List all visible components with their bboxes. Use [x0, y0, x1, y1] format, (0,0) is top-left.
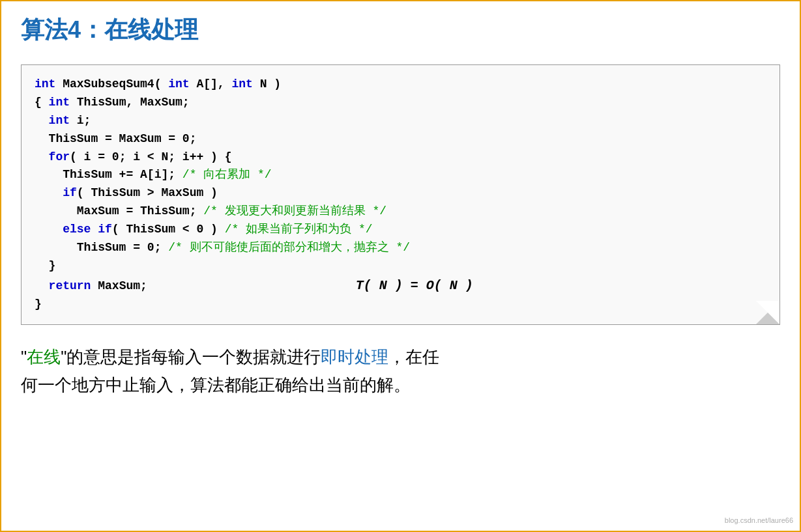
watermark: blog.csdn.net/laure66 [725, 516, 793, 524]
corner-fold [756, 301, 779, 324]
code-line-4: ThisSum = MaxSum = 0; [35, 130, 766, 148]
code-block: int MaxSubseqSum4( int A[], int N ) { in… [21, 64, 780, 325]
code-line-5: for( i = 0; i < N; i++ ) { [35, 148, 766, 167]
page-title: 算法4：在线处理 [21, 14, 780, 51]
description-block: "在线"的意思是指每输入一个数据就进行即时处理，在任 何一个地方中止输入，算法都… [21, 343, 780, 399]
code-line-3: int i; [35, 112, 766, 130]
page-container: 算法4：在线处理 int MaxSubseqSum4( int A[], int… [0, 0, 801, 532]
code-line-12: return MaxSum;T( N ) = O( N ) [35, 275, 766, 296]
code-line-2: { int ThisSum, MaxSum; [35, 94, 766, 112]
desc-line1: "在线"的意思是指每输入一个数据就进行即时处理，在任 [21, 347, 439, 367]
code-line-8: MaxSum = ThisSum; /* 发现更大和则更新当前结果 */ [35, 203, 766, 221]
code-line-9: else if( ThisSum < 0 ) /* 如果当前子列和为负 */ [35, 221, 766, 239]
code-line-1: int MaxSubseqSum4( int A[], int N ) [35, 76, 766, 94]
code-line-13: } [35, 296, 766, 314]
highlight-realtime: 即时处理 [321, 347, 388, 367]
highlight-online: 在线 [27, 347, 61, 367]
code-line-7: if( ThisSum > MaxSum ) [35, 184, 766, 203]
open-quote: " [21, 347, 27, 367]
desc-line2: 何一个地方中止输入，算法都能正确给出当前的解。 [21, 375, 411, 395]
formula: T( N ) = O( N ) [356, 278, 473, 293]
code-line-11: } [35, 257, 766, 275]
desc-mid1: "的意思是指每输入一个数据就进行 [61, 347, 321, 367]
desc-end1: ，在任 [388, 347, 439, 367]
code-line-10: ThisSum = 0; /* 则不可能使后面的部分和增大，抛弃之 */ [35, 239, 766, 257]
code-line-6: ThisSum += A[i]; /* 向右累加 */ [35, 166, 766, 184]
